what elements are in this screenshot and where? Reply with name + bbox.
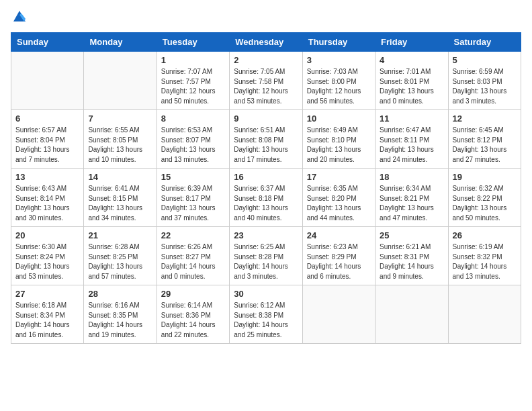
day-cell: 8Sunrise: 6:53 AMSunset: 8:07 PMDaylight… [157, 110, 229, 169]
day-number: 17 [307, 172, 371, 182]
day-cell: 22Sunrise: 6:26 AMSunset: 8:27 PMDayligh… [157, 227, 229, 285]
logo [11, 11, 27, 24]
day-number: 12 [453, 113, 517, 124]
day-cell: 29Sunrise: 6:14 AMSunset: 8:36 PMDayligh… [157, 285, 229, 344]
day-number: 6 [15, 113, 79, 124]
day-info: Sunrise: 6:47 AMSunset: 8:11 PMDaylight:… [380, 126, 443, 165]
day-cell: 21Sunrise: 6:28 AMSunset: 8:25 PMDayligh… [84, 227, 157, 285]
day-cell [84, 52, 157, 110]
day-number: 16 [234, 172, 298, 182]
day-info: Sunrise: 7:05 AMSunset: 7:58 PMDaylight:… [234, 67, 298, 106]
day-cell: 12Sunrise: 6:45 AMSunset: 8:12 PMDayligh… [448, 110, 521, 169]
day-number: 9 [234, 113, 298, 124]
day-info: Sunrise: 7:07 AMSunset: 7:57 PMDaylight:… [161, 67, 225, 106]
day-cell: 4Sunrise: 7:01 AMSunset: 8:01 PMDaylight… [375, 52, 448, 110]
day-number: 3 [307, 55, 371, 65]
day-number: 27 [15, 289, 79, 299]
day-info: Sunrise: 6:55 AMSunset: 8:05 PMDaylight:… [88, 126, 152, 165]
day-number: 21 [88, 230, 152, 240]
day-number: 5 [453, 55, 517, 65]
week-row-4: 20Sunrise: 6:30 AMSunset: 8:24 PMDayligh… [11, 227, 521, 285]
day-number: 19 [453, 172, 517, 182]
day-cell: 17Sunrise: 6:35 AMSunset: 8:20 PMDayligh… [302, 169, 375, 227]
day-cell: 26Sunrise: 6:19 AMSunset: 8:32 PMDayligh… [448, 227, 521, 285]
day-info: Sunrise: 6:59 AMSunset: 8:03 PMDaylight:… [453, 67, 517, 106]
day-cell: 9Sunrise: 6:51 AMSunset: 8:08 PMDaylight… [230, 110, 302, 169]
day-info: Sunrise: 6:43 AMSunset: 8:14 PMDaylight:… [15, 184, 79, 223]
day-info: Sunrise: 6:19 AMSunset: 8:32 PMDaylight:… [453, 242, 517, 281]
day-info: Sunrise: 6:30 AMSunset: 8:24 PMDaylight:… [15, 242, 79, 281]
day-cell: 27Sunrise: 6:18 AMSunset: 8:34 PMDayligh… [11, 285, 84, 344]
day-info: Sunrise: 6:51 AMSunset: 8:08 PMDaylight:… [234, 126, 298, 165]
weekday-header-row: SundayMondayTuesdayWednesdayThursdayFrid… [11, 33, 521, 52]
day-number: 14 [88, 172, 152, 182]
day-info: Sunrise: 6:25 AMSunset: 8:28 PMDaylight:… [234, 242, 298, 281]
day-cell [302, 285, 375, 344]
day-number: 20 [15, 230, 79, 240]
day-info: Sunrise: 6:28 AMSunset: 8:25 PMDaylight:… [88, 242, 152, 281]
day-number: 22 [161, 230, 225, 240]
week-row-1: 1Sunrise: 7:07 AMSunset: 7:57 PMDaylight… [11, 52, 521, 110]
day-cell: 20Sunrise: 6:30 AMSunset: 8:24 PMDayligh… [11, 227, 84, 285]
day-info: Sunrise: 6:12 AMSunset: 8:38 PMDaylight:… [234, 301, 298, 340]
page-header [11, 11, 521, 24]
day-number: 10 [307, 113, 371, 124]
day-cell: 28Sunrise: 6:16 AMSunset: 8:35 PMDayligh… [84, 285, 157, 344]
day-cell: 30Sunrise: 6:12 AMSunset: 8:38 PMDayligh… [230, 285, 302, 344]
day-info: Sunrise: 6:32 AMSunset: 8:22 PMDaylight:… [453, 184, 517, 223]
day-cell: 15Sunrise: 6:39 AMSunset: 8:17 PMDayligh… [157, 169, 229, 227]
weekday-header-saturday: Saturday [448, 33, 521, 52]
day-cell: 23Sunrise: 6:25 AMSunset: 8:28 PMDayligh… [230, 227, 302, 285]
day-number: 30 [234, 289, 298, 299]
day-cell: 16Sunrise: 6:37 AMSunset: 8:18 PMDayligh… [230, 169, 302, 227]
day-cell [448, 285, 521, 344]
day-number: 28 [88, 289, 152, 299]
day-info: Sunrise: 6:37 AMSunset: 8:18 PMDaylight:… [234, 184, 298, 223]
day-info: Sunrise: 6:39 AMSunset: 8:17 PMDaylight:… [161, 184, 225, 223]
day-number: 15 [161, 172, 225, 182]
weekday-header-monday: Monday [84, 33, 157, 52]
day-number: 1 [161, 55, 225, 65]
day-number: 26 [453, 230, 517, 240]
weekday-header-friday: Friday [375, 33, 448, 52]
weekday-header-thursday: Thursday [302, 33, 375, 52]
day-info: Sunrise: 6:14 AMSunset: 8:36 PMDaylight:… [161, 301, 225, 340]
week-row-2: 6Sunrise: 6:57 AMSunset: 8:04 PMDaylight… [11, 110, 521, 169]
day-info: Sunrise: 6:53 AMSunset: 8:07 PMDaylight:… [161, 126, 225, 165]
day-info: Sunrise: 7:01 AMSunset: 8:01 PMDaylight:… [380, 67, 443, 106]
day-info: Sunrise: 6:41 AMSunset: 8:15 PMDaylight:… [88, 184, 152, 223]
day-info: Sunrise: 7:03 AMSunset: 8:00 PMDaylight:… [307, 67, 371, 106]
day-info: Sunrise: 6:35 AMSunset: 8:20 PMDaylight:… [307, 184, 371, 223]
week-row-5: 27Sunrise: 6:18 AMSunset: 8:34 PMDayligh… [11, 285, 521, 344]
day-number: 18 [380, 172, 443, 182]
day-cell: 11Sunrise: 6:47 AMSunset: 8:11 PMDayligh… [375, 110, 448, 169]
day-cell: 18Sunrise: 6:34 AMSunset: 8:21 PMDayligh… [375, 169, 448, 227]
day-number: 11 [380, 113, 443, 124]
day-cell: 19Sunrise: 6:32 AMSunset: 8:22 PMDayligh… [448, 169, 521, 227]
day-number: 7 [88, 113, 152, 124]
day-info: Sunrise: 6:21 AMSunset: 8:31 PMDaylight:… [380, 242, 443, 281]
day-cell: 14Sunrise: 6:41 AMSunset: 8:15 PMDayligh… [84, 169, 157, 227]
day-number: 2 [234, 55, 298, 65]
weekday-header-wednesday: Wednesday [230, 33, 302, 52]
day-cell: 10Sunrise: 6:49 AMSunset: 8:10 PMDayligh… [302, 110, 375, 169]
day-info: Sunrise: 6:45 AMSunset: 8:12 PMDaylight:… [453, 126, 517, 165]
day-number: 23 [234, 230, 298, 240]
day-info: Sunrise: 6:49 AMSunset: 8:10 PMDaylight:… [307, 126, 371, 165]
week-row-3: 13Sunrise: 6:43 AMSunset: 8:14 PMDayligh… [11, 169, 521, 227]
day-info: Sunrise: 6:34 AMSunset: 8:21 PMDaylight:… [380, 184, 443, 223]
day-info: Sunrise: 6:26 AMSunset: 8:27 PMDaylight:… [161, 242, 225, 281]
day-number: 13 [15, 172, 79, 182]
day-cell: 7Sunrise: 6:55 AMSunset: 8:05 PMDaylight… [84, 110, 157, 169]
day-cell: 1Sunrise: 7:07 AMSunset: 7:57 PMDaylight… [157, 52, 229, 110]
day-number: 24 [307, 230, 371, 240]
day-number: 8 [161, 113, 225, 124]
day-number: 4 [380, 55, 443, 65]
day-cell: 6Sunrise: 6:57 AMSunset: 8:04 PMDaylight… [11, 110, 84, 169]
day-number: 29 [161, 289, 225, 299]
day-cell [11, 52, 84, 110]
day-number: 25 [380, 230, 443, 240]
day-cell: 5Sunrise: 6:59 AMSunset: 8:03 PMDaylight… [448, 52, 521, 110]
weekday-header-sunday: Sunday [11, 33, 84, 52]
day-info: Sunrise: 6:57 AMSunset: 8:04 PMDaylight:… [15, 126, 79, 165]
